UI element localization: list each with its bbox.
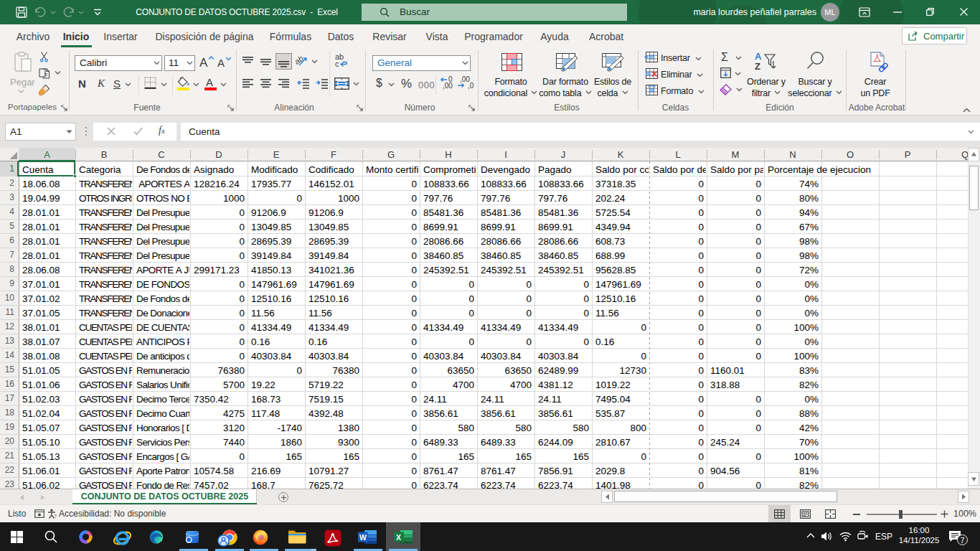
svg-text:c: c	[335, 60, 339, 68]
svg-text:?: ?	[54, 514, 57, 519]
svg-text:A: A	[755, 51, 762, 62]
svg-text:X: X	[396, 533, 401, 542]
svg-text:ab: ab	[293, 54, 305, 66]
svg-text:W: W	[359, 533, 367, 542]
svg-text:Z: Z	[755, 61, 760, 72]
